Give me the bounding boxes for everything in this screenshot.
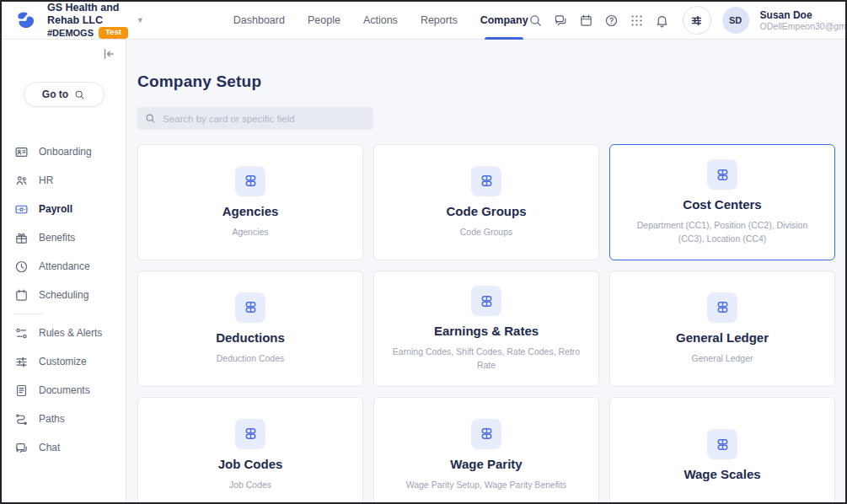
nav-tab-dashboard[interactable]: Dashboard [233, 2, 285, 40]
sidebar: Go to OnboardingHRPayrollBenefitsAttenda… [2, 40, 126, 502]
module-icon [471, 419, 501, 449]
sidebar-item-onboarding[interactable]: Onboarding [2, 137, 126, 166]
sidebar-item-payroll[interactable]: Payroll [2, 195, 126, 223]
setup-cards-grid: AgenciesAgenciesCode GroupsCode GroupsCo… [137, 144, 835, 502]
module-icon [471, 286, 501, 316]
user-menu[interactable]: Susan Doe ODellEmpeon30@gmail.co [760, 9, 847, 32]
sidebar-item-scheduling[interactable]: Scheduling [2, 281, 126, 309]
paths-icon [14, 412, 29, 426]
sidebar-item-label: Documents [39, 384, 90, 396]
sidebar-item-chat[interactable]: Chat [2, 433, 126, 462]
company-name: GS Health and Rehab LLC [47, 2, 128, 26]
top-header: GS Health and Rehab LLC #DEMOGS Test ▼ D… [2, 2, 845, 40]
sidebar-item-benefits[interactable]: Benefits [2, 223, 126, 252]
sidebar-item-paths[interactable]: Paths [2, 405, 126, 433]
card-title: Wage Parity [450, 457, 522, 471]
rules-icon [14, 326, 29, 340]
setup-card-earnings-rates[interactable]: Earnings & RatesEarning Codes, Shift Cod… [373, 271, 599, 387]
card-title: Job Codes [218, 457, 283, 471]
goto-label: Go to [42, 88, 68, 100]
sidebar-item-documents[interactable]: Documents [2, 376, 126, 405]
card-title: Earnings & Rates [434, 324, 539, 338]
search-input[interactable] [137, 107, 373, 130]
setup-card-wage-scales[interactable]: Wage Scales [609, 397, 835, 502]
hr-icon [14, 174, 29, 188]
goto-search-button[interactable]: Go to [24, 82, 105, 107]
empeon-logo-icon [13, 8, 39, 33]
company-switcher[interactable]: GS Health and Rehab LLC #DEMOGS Test [47, 2, 128, 39]
card-subtitle: Earning Codes, Shift Codes, Rate Codes, … [389, 346, 583, 371]
collapse-sidebar-icon[interactable] [101, 46, 116, 62]
chevron-down-icon[interactable]: ▼ [137, 16, 144, 24]
module-icon [471, 166, 501, 196]
nav-tab-people[interactable]: People [308, 2, 340, 40]
module-icon [235, 292, 265, 323]
notifications-bell-icon[interactable] [655, 13, 669, 28]
sidebar-item-label: Attendance [39, 260, 90, 272]
sidebar-item-label: HR [39, 174, 53, 186]
calendar-icon[interactable] [579, 13, 593, 28]
company-code: #DEMOGS [47, 28, 94, 39]
sidebar-item-label: Chat [39, 442, 60, 453]
card-subtitle: General Ledger [692, 352, 753, 365]
card-title: Code Groups [446, 204, 526, 218]
module-icon [707, 159, 737, 190]
sidebar-item-label: Customize [39, 356, 87, 367]
card-subtitle: Code Groups [460, 226, 512, 239]
card-subtitle: Deduction Codes [217, 352, 285, 365]
search-icon [74, 89, 85, 100]
setup-card-general-ledger[interactable]: General LedgerGeneral Ledger [609, 271, 835, 387]
nav-tab-reports[interactable]: Reports [421, 2, 458, 40]
chatbubble-icon [14, 441, 29, 455]
messages-icon[interactable] [554, 13, 568, 28]
help-icon[interactable] [604, 13, 619, 28]
search-icon[interactable] [528, 13, 543, 28]
attendance-icon [14, 260, 29, 274]
nav-tab-company[interactable]: Company [480, 2, 528, 40]
card-title: Deductions [216, 330, 285, 345]
sidebar-item-label: Payroll [39, 203, 72, 215]
sidebar-item-label: Onboarding [39, 146, 92, 158]
card-subtitle: Department (CC1), Position (CC2), Divisi… [625, 219, 819, 244]
app-window: GS Health and Rehab LLC #DEMOGS Test ▼ D… [0, 0, 847, 504]
card-title: Wage Scales [683, 467, 760, 481]
sidebar-item-hr[interactable]: HR [2, 166, 126, 195]
tune-sliders-icon [689, 13, 704, 28]
user-name: Susan Doe [760, 9, 847, 21]
user-email: ODellEmpeon30@gmail.co [760, 21, 847, 32]
main-content: Company Setup AgenciesAgenciesCode Group… [126, 40, 845, 502]
search-icon [145, 113, 156, 124]
apps-grid-icon[interactable] [630, 13, 644, 28]
nav-tab-actions[interactable]: Actions [363, 2, 398, 40]
card-title: General Ledger [676, 330, 769, 345]
setup-card-agencies[interactable]: AgenciesAgencies [137, 144, 363, 260]
setup-card-deductions[interactable]: DeductionsDeduction Codes [137, 271, 363, 387]
benefits-icon [14, 231, 29, 245]
module-icon [235, 419, 265, 449]
sidebar-menu: OnboardingHRPayrollBenefitsAttendanceSch… [2, 137, 126, 462]
onboarding-icon [14, 145, 29, 159]
sidebar-item-attendance[interactable]: Attendance [2, 252, 126, 281]
card-title: Cost Centers [683, 197, 761, 212]
page-title: Company Setup [137, 72, 835, 91]
module-icon [235, 166, 265, 196]
sidebar-item-label: Paths [39, 413, 65, 425]
avatar[interactable]: SD [722, 7, 749, 34]
sidebar-item-customize[interactable]: Customize [2, 347, 126, 376]
setup-card-code-groups[interactable]: Code GroupsCode Groups [373, 144, 599, 260]
setup-card-cost-centers[interactable]: Cost CentersDepartment (CC1), Position (… [609, 144, 835, 260]
card-search [137, 107, 373, 130]
sidebar-item-rules-alerts[interactable]: Rules & Alerts [2, 319, 126, 347]
setup-card-job-codes[interactable]: Job CodesJob Codes [137, 397, 363, 502]
customize-icon [14, 355, 29, 369]
sidebar-item-label: Rules & Alerts [39, 327, 102, 339]
setup-card-wage-parity[interactable]: Wage ParityWage Parity Setup, Wage Parit… [373, 397, 599, 502]
main-nav: DashboardPeopleActionsReportsCompany [233, 2, 528, 40]
module-icon [707, 292, 737, 323]
card-subtitle: Wage Parity Setup, Wage Parity Benefits [406, 479, 567, 491]
preferences-button[interactable] [683, 6, 711, 35]
test-badge: Test [99, 27, 128, 39]
card-subtitle: Agencies [232, 226, 268, 239]
header-actions: SD Susan Doe ODellEmpeon30@gmail.co ▼ [528, 6, 847, 35]
module-icon [707, 429, 737, 459]
